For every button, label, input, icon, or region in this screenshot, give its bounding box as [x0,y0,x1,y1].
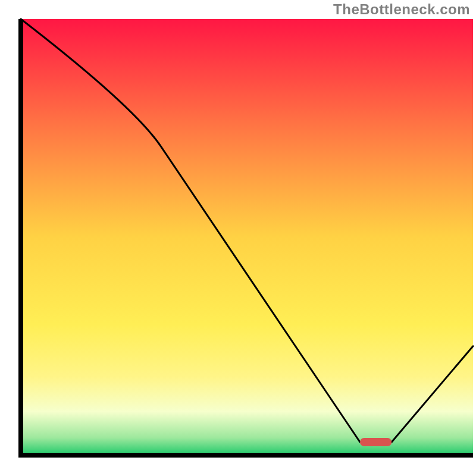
watermark-text: TheBottleneck.com [333,1,470,18]
sweet-spot-marker [360,438,392,446]
chart-svg [0,0,476,476]
bottleneck-chart: TheBottleneck.com [0,0,476,476]
plot-background [21,19,473,455]
